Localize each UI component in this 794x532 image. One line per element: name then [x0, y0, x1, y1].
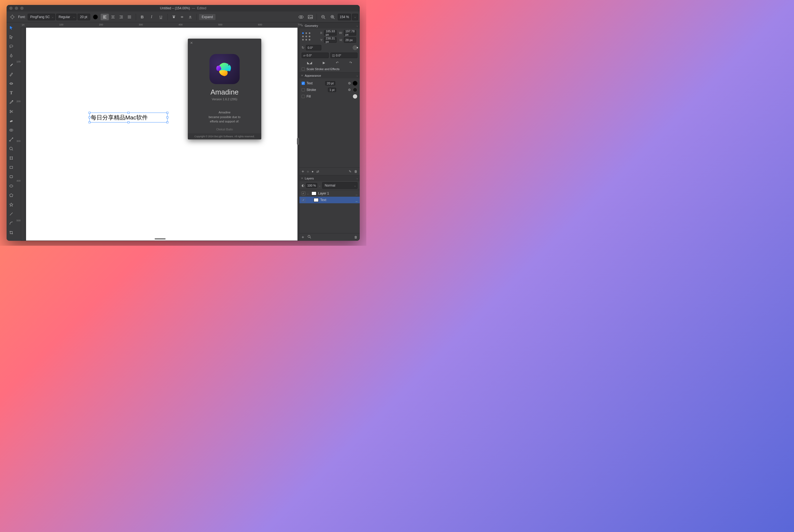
fill-color-swatch[interactable] [353, 94, 357, 99]
gear-icon[interactable]: ⚙ [348, 81, 351, 85]
pen-tool[interactable] [8, 52, 15, 59]
h-input[interactable]: 28 px [344, 37, 356, 43]
trash-icon[interactable]: 🗑 [354, 170, 357, 173]
resize-handle[interactable] [166, 121, 168, 123]
y-input[interactable]: 238.31 px [324, 37, 337, 43]
font-size-input[interactable]: 20 pt [78, 14, 90, 20]
resize-handle[interactable] [89, 116, 91, 118]
image-icon[interactable] [306, 14, 314, 20]
zoom-level-input[interactable]: 154 % [338, 14, 351, 20]
bottom-grip[interactable] [155, 238, 166, 240]
close-panel-icon[interactable]: × [301, 176, 303, 180]
swap-icon[interactable]: ⇄ [316, 170, 319, 173]
add-icon[interactable]: + [301, 169, 304, 174]
resize-handle[interactable] [128, 112, 129, 114]
underline-button[interactable]: U [157, 14, 165, 20]
eraser-tool[interactable] [8, 117, 15, 125]
opacity-input[interactable]: 100 % [306, 183, 317, 188]
flip-v-icon[interactable]: ▶ [323, 61, 325, 65]
lock-icon[interactable]: ⎯ [356, 191, 357, 195]
x-input[interactable]: 185.93 px [324, 30, 337, 36]
horizontal-ruler[interactable]: px 100 200 300 400 500 600 700 [21, 22, 299, 27]
chevron-down-icon[interactable]: ⌵ [356, 177, 358, 180]
canvas[interactable]: 每日分享精品Mac软件 ✕ [21, 27, 299, 241]
geometry-header[interactable]: × Geometry ⌵ [299, 22, 360, 28]
width-tool[interactable] [8, 80, 15, 87]
shape-builder-tool[interactable] [8, 127, 15, 134]
resize-handle[interactable] [89, 112, 91, 114]
align-right-button[interactable] [117, 14, 125, 20]
artboard-tool[interactable] [8, 154, 15, 162]
titlebar[interactable]: Untitled – (154.00%) — Edited [6, 5, 360, 12]
undo-icon[interactable]: ↶ [336, 61, 338, 65]
flip-h-icon[interactable]: ◣◢ [307, 61, 312, 65]
search-icon[interactable] [307, 235, 311, 240]
zoom-in-icon[interactable] [329, 14, 337, 20]
stroke-color-swatch[interactable] [353, 88, 357, 92]
gear-icon[interactable]: ⚙ [348, 88, 351, 92]
fill-visibility-checkbox[interactable] [301, 95, 305, 98]
add-layer-icon[interactable]: + [301, 235, 304, 240]
rotation-input[interactable]: 0.0° [306, 45, 321, 51]
brush-tool[interactable] [8, 61, 15, 69]
valign-top-button[interactable] [170, 14, 178, 20]
text-color-swatch[interactable] [93, 15, 98, 19]
appearance-header[interactable]: × Appearance ⌵ [299, 72, 360, 78]
close-icon[interactable]: ✕ [190, 41, 193, 45]
traffic-lights[interactable] [9, 6, 23, 10]
move-tool[interactable] [8, 24, 15, 31]
selected-text-object[interactable]: 每日分享精品Mac软件 [89, 113, 167, 122]
blend-mode-dropdown[interactable]: Normal [322, 182, 357, 189]
resize-handle[interactable] [166, 116, 168, 118]
text-color-swatch[interactable] [353, 81, 357, 86]
visibility-checkbox[interactable] [301, 191, 306, 195]
crosshair-icon[interactable] [8, 15, 16, 19]
align-left-button[interactable] [100, 14, 109, 20]
layer-item[interactable]: Text ⎯ [299, 197, 360, 203]
redo-icon[interactable]: ↷ [349, 61, 352, 65]
star-tool[interactable] [8, 201, 15, 208]
chevron-down-icon[interactable]: ⌵ [356, 74, 358, 77]
align-justify-button[interactable] [125, 14, 133, 20]
valign-bottom-button[interactable] [186, 14, 195, 20]
appearance-fill-row[interactable]: Fill [301, 93, 357, 100]
expand-button[interactable]: Expand [199, 14, 216, 20]
polygon-tool[interactable] [8, 192, 15, 199]
zoom-out-icon[interactable] [319, 14, 327, 20]
font-style-dropdown[interactable]: Regular [56, 14, 76, 20]
minimize-window-icon[interactable] [15, 6, 18, 10]
visibility-checkbox[interactable] [301, 198, 306, 202]
align-center-button[interactable] [109, 14, 117, 20]
shear-v-input[interactable]: ◫0.0° [330, 53, 357, 58]
text-visibility-checkbox[interactable] [301, 82, 305, 85]
text-tool[interactable]: T [8, 89, 15, 96]
vertical-ruler[interactable]: 100 200 300 400 500 [16, 27, 21, 241]
scissors-tool[interactable] [8, 108, 15, 115]
chevron-down-icon[interactable]: ⌵ [319, 184, 320, 187]
appearance-stroke-row[interactable]: Stroke 1 pt ⚙ [301, 87, 357, 93]
circle-outline-icon[interactable]: ○ [307, 170, 309, 173]
bold-button[interactable]: B [138, 14, 146, 20]
scale-stroke-checkbox[interactable] [301, 68, 305, 71]
rounded-rect-tool[interactable] [8, 173, 15, 180]
layers-header[interactable]: × Layers ⌵ [299, 175, 360, 181]
italic-button[interactable]: I [148, 14, 156, 20]
direct-select-tool[interactable] [8, 34, 15, 40]
preview-icon[interactable] [297, 14, 305, 20]
eyedropper-tool[interactable] [8, 99, 15, 106]
ellipse-tool[interactable] [8, 183, 15, 190]
trash-icon[interactable]: 🗑 [354, 235, 357, 239]
copy-style-icon[interactable]: ✎ [349, 170, 351, 173]
link-wh-icon[interactable] [358, 30, 360, 43]
zoom-dropdown[interactable]: ⌵ [352, 14, 358, 20]
circle-fill-icon[interactable]: ● [312, 170, 314, 173]
crop-tool[interactable] [8, 229, 15, 236]
anchor-selector[interactable] [301, 32, 311, 41]
rotation-knob[interactable] [353, 45, 357, 50]
valign-middle-button[interactable] [178, 14, 186, 20]
scrollbar-thumb[interactable] [297, 138, 299, 145]
rectangle-tool[interactable] [8, 164, 15, 171]
close-window-icon[interactable] [9, 6, 13, 10]
appearance-text-row[interactable]: Text 20 pt ⚙ [301, 80, 357, 87]
lock-icon[interactable]: ⎯ [356, 198, 357, 202]
